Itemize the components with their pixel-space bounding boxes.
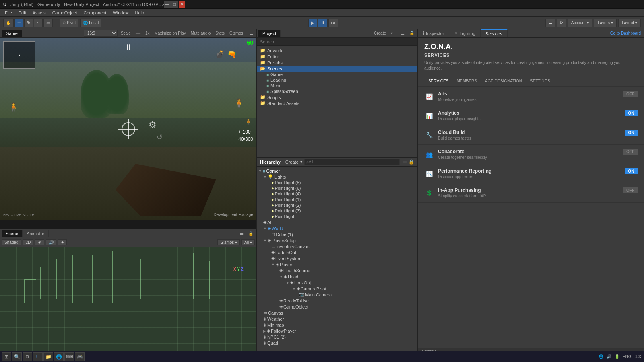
mute-audio[interactable]: Mute audio (189, 31, 212, 35)
explorer-taskbar-btn[interactable]: 📁 (43, 352, 53, 361)
hierarchy-item-lookobj[interactable]: ▼ ◈ LookObj (257, 280, 417, 286)
hierarchy-item-point-light-6[interactable]: ● Point light (6) (257, 185, 417, 191)
hierarchy-item-point-light-3[interactable]: ● Point light (3) (257, 208, 417, 214)
menu-help[interactable]: Help (132, 10, 147, 16)
folder-scenes[interactable]: 📂 Scenes (257, 66, 417, 72)
hierarchy-options-icon[interactable]: ☰ (403, 159, 407, 165)
hierarchy-item-quad[interactable]: ◈ Quad (257, 340, 417, 346)
gizmos-button[interactable]: Gizmos (228, 31, 245, 35)
go-to-dashboard-link[interactable]: Go to Dashboard (607, 31, 644, 35)
hierarchy-item-player[interactable]: ▼ ◈ Player (257, 261, 417, 267)
project-search-input[interactable] (257, 38, 417, 46)
scene-gizmos-btn[interactable]: Gizmos ▾ (217, 239, 240, 245)
project-create-chevron-icon[interactable]: ▾ (389, 31, 394, 35)
hierarchy-item-camerapivot[interactable]: ▼ ◈ CameraPivot (257, 286, 417, 292)
lighting-toggle[interactable]: ☀ (35, 239, 44, 245)
hierarchy-item-cube[interactable]: ◻ Cube (1) (257, 231, 417, 237)
perf-toggle-button[interactable]: ON (625, 168, 638, 174)
rotate-tool[interactable]: ↻ (24, 19, 33, 27)
hierarchy-item-head[interactable]: ▼ ◈ Head (257, 274, 417, 280)
scene-menu[interactable]: ■ Menu (257, 83, 417, 88)
folder-standard-assets[interactable]: 📁 Standard Assets (257, 100, 417, 106)
hierarchy-item-gameobject[interactable]: ◈ GameObject (257, 304, 417, 310)
audio-toggle[interactable]: 🔊 (46, 239, 56, 245)
project-create-btn[interactable]: Create (372, 31, 388, 35)
hierarchy-item-fadeinout[interactable]: ◈ FadeInOut (257, 249, 417, 255)
services-nav-age[interactable]: AGE DESIGNATION (481, 76, 526, 86)
collaborate-toggle-button[interactable]: OFF (623, 149, 638, 155)
search-button[interactable]: 🔍 (12, 352, 22, 361)
hierarchy-item-inventorycanvas[interactable]: ▭ InventoryCanvas (257, 243, 417, 249)
hierarchy-item-maincamera[interactable]: 📷 Main Camera (257, 292, 417, 298)
terminal-taskbar-btn[interactable]: ⌨ (64, 352, 74, 361)
hierarchy-item-npc1[interactable]: ◈ NPC1 (2) (257, 334, 417, 340)
hierarchy-create-btn[interactable]: Create (285, 160, 299, 165)
scene-splashscreen[interactable]: ■ SplashScreen (257, 88, 417, 94)
hierarchy-item-point-light[interactable]: ● Point light (257, 214, 417, 219)
hierarchy-item-playersetup[interactable]: ▼ ◈ PlayerSetup (257, 237, 417, 243)
collab-button[interactable]: ☁ (545, 19, 555, 27)
hierarchy-item-point-light-2[interactable]: ● Point light (2) (257, 202, 417, 208)
game-tab[interactable]: Game (2, 30, 22, 37)
maximize-button[interactable]: □ (171, 1, 178, 8)
minimize-button[interactable]: — (164, 1, 171, 8)
rect-tool[interactable]: ▭ (43, 19, 53, 27)
hierarchy-item-point-light-1[interactable]: ● Point light (1) (257, 197, 417, 202)
folder-prefabs[interactable]: 📁 Prefabs (257, 60, 417, 66)
scene-panel-menu-icon[interactable]: ☰ (238, 231, 245, 236)
hierarchy-item-ai[interactable]: ◈ AI (257, 219, 417, 225)
menu-gameobject[interactable]: GameObject (49, 10, 80, 16)
scene-tab[interactable]: Scene (2, 230, 23, 237)
scene-lock-icon[interactable]: 🔒 (247, 231, 255, 236)
scene-all-btn[interactable]: All ▾ (242, 239, 255, 245)
account-dropdown[interactable]: Account ▾ (568, 19, 592, 27)
folder-artwork[interactable]: 📁 Artwork (257, 47, 417, 53)
layers-dropdown[interactable]: Layers ▾ (594, 19, 617, 27)
services-nav-settings[interactable]: SETTINGS (526, 76, 554, 86)
hierarchy-search-input[interactable] (304, 159, 400, 165)
layout-dropdown[interactable]: Layout ▾ (618, 19, 641, 27)
menu-edit[interactable]: Edit (15, 10, 29, 16)
menu-window[interactable]: Window (109, 10, 132, 16)
stats-button[interactable]: Stats (214, 31, 226, 35)
services-button[interactable]: ⚙ (557, 19, 566, 27)
scale-slider[interactable]: ━━ (134, 31, 142, 35)
project-panel-icon[interactable]: ☰ (399, 31, 406, 35)
pivot-button[interactable]: ⊙ Pivot (60, 19, 78, 27)
hierarchy-item-followplayer[interactable]: ▶ ◈ FollowPlayer (257, 328, 417, 334)
start-button[interactable]: ⊞ (2, 352, 11, 361)
shading-button[interactable]: Shaded (2, 239, 21, 245)
hierarchy-item-healthsource[interactable]: ◈ HealthSource (257, 267, 417, 274)
hand-tool[interactable]: ✋ (3, 19, 14, 27)
folder-scripts[interactable]: 📁 Scripts (257, 94, 417, 100)
local-button[interactable]: 🌐 Local (80, 19, 101, 27)
hierarchy-tab[interactable]: Hierarchy (260, 160, 281, 165)
hierarchy-item-point-light-4[interactable]: ● Point light (4) (257, 191, 417, 197)
fx-toggle[interactable]: ✦ (58, 239, 67, 245)
step-button[interactable]: ⏭ (328, 19, 338, 27)
move-tool[interactable]: ✛ (14, 19, 23, 27)
project-lock-icon[interactable]: 🔒 (408, 31, 416, 35)
services-nav-members[interactable]: MEMBERS (452, 76, 481, 86)
hierarchy-lock-icon[interactable]: 🔒 (409, 159, 414, 165)
hierarchy-item-lights[interactable]: ▼ 💡 Lights (257, 174, 417, 180)
pause-button[interactable]: ⏸ (318, 19, 328, 27)
scale-tool[interactable]: ⤡ (34, 19, 43, 27)
hierarchy-item-canvas[interactable]: ▭ Canvas (257, 310, 417, 316)
iap-toggle-button[interactable]: OFF (623, 187, 638, 193)
hierarchy-item-weather[interactable]: ◈ Weather (257, 316, 417, 322)
analytics-toggle-button[interactable]: ON (625, 110, 638, 116)
hierarchy-item-game[interactable]: ▼ ■ Game* (257, 168, 417, 174)
lighting-tab[interactable]: ☀ Lighting (449, 29, 481, 37)
aspect-select[interactable]: 16:9 4:3 Free Aspect (84, 30, 118, 37)
ads-toggle-button[interactable]: OFF (623, 91, 638, 97)
taskview-button[interactable]: ⧉ (23, 352, 32, 361)
services-nav-services[interactable]: SERVICES (424, 76, 452, 86)
maximize-on-play[interactable]: Maximize on Play (153, 31, 187, 35)
menu-component[interactable]: Component (80, 10, 109, 16)
scene-game[interactable]: ■ Game (257, 72, 417, 77)
panel-menu-icon[interactable]: ☰ (248, 31, 255, 35)
hierarchy-item-point-light-5[interactable]: ● Point light (5) (257, 180, 417, 185)
services-tab[interactable]: Services (481, 29, 508, 37)
play-button[interactable]: ▶ (308, 19, 317, 27)
